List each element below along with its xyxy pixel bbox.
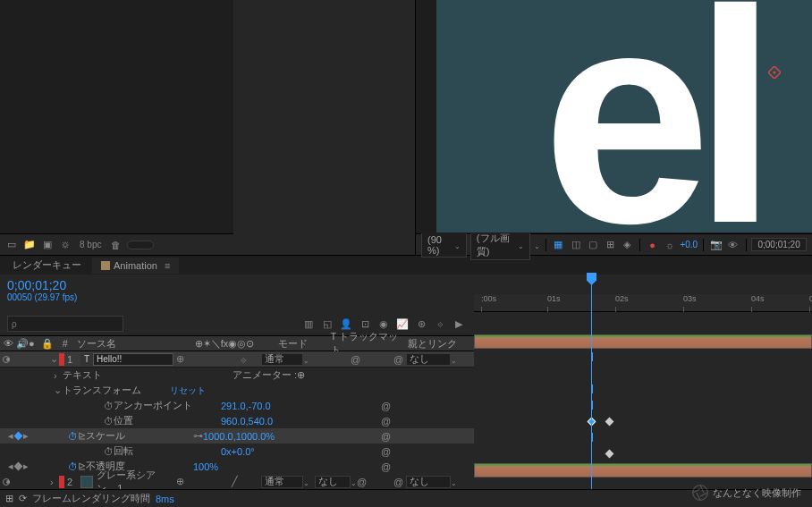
- new-folder-icon[interactable]: 📁: [23, 239, 36, 251]
- frame-render-icon[interactable]: ⟳: [19, 493, 27, 504]
- pickwhip-icon[interactable]: @: [357, 477, 369, 487]
- render-icon[interactable]: ▶: [451, 317, 467, 331]
- twirl-icon[interactable]: ⌄: [54, 384, 63, 396]
- expression-pickwhip-icon[interactable]: @: [381, 401, 393, 411]
- stopwatch-icon[interactable]: ⏱: [103, 401, 114, 411]
- zoom-dropdown[interactable]: (90 %): [421, 232, 467, 258]
- stopwatch-icon[interactable]: ⏱: [103, 446, 114, 457]
- new-comp-icon[interactable]: ▣: [41, 239, 54, 251]
- parent-dropdown[interactable]: なし: [406, 353, 451, 366]
- col-mode[interactable]: モード: [275, 337, 327, 351]
- twirl-icon[interactable]: ⌄: [50, 353, 59, 365]
- col-parent[interactable]: 親とリンク: [404, 337, 474, 351]
- comp-current-time[interactable]: 0;00;01;20: [751, 238, 807, 251]
- parent-dropdown[interactable]: なし: [406, 476, 451, 488]
- channel-red-icon[interactable]: ●: [646, 238, 659, 252]
- shy-switch-icon[interactable]: ⊕: [176, 476, 187, 487]
- eye-icon[interactable]: [3, 478, 10, 486]
- anchor-point-marker[interactable]: [768, 66, 781, 79]
- composition-viewer[interactable]: el: [416, 0, 812, 233]
- tab-render-queue[interactable]: レンダーキュー: [4, 256, 90, 275]
- keyframe-diamond-icon[interactable]: [13, 432, 22, 441]
- col-solo[interactable]: ●: [25, 338, 38, 349]
- prop-group-transform[interactable]: トランスフォーム: [63, 384, 170, 397]
- safe-margins-icon[interactable]: ▢: [586, 238, 599, 252]
- exposure-icon[interactable]: ☼: [663, 238, 676, 252]
- keyframe-icon[interactable]: [605, 450, 614, 459]
- col-source-name[interactable]: ソース名: [73, 337, 191, 351]
- layer-row[interactable]: › 2 グレー系シアン... 1 ⊕╱ 通常 なし@ @なし: [0, 474, 474, 490]
- grid-icon[interactable]: ⊞: [603, 238, 616, 252]
- motion-blur-icon[interactable]: ◉: [376, 317, 392, 331]
- trash-icon[interactable]: 🗑: [109, 239, 122, 251]
- time-ruler[interactable]: :00s 01s 02s 03s 04s 05s: [474, 294, 812, 312]
- guides-icon[interactable]: ◈: [621, 238, 634, 252]
- eye-icon[interactable]: [3, 356, 10, 363]
- comp-flowchart-icon[interactable]: ▥: [300, 317, 317, 331]
- keyframe-nav[interactable]: ◂▸: [0, 461, 36, 472]
- prop-position[interactable]: 位置: [114, 414, 221, 427]
- blend-mode-dropdown[interactable]: 通常: [261, 476, 303, 488]
- shy-switch-icon[interactable]: ⊕: [176, 353, 187, 365]
- playhead[interactable]: [591, 275, 592, 489]
- layer-search-input[interactable]: [7, 316, 123, 332]
- transparency-grid-icon[interactable]: ▦: [552, 238, 565, 252]
- pickwhip-icon[interactable]: @: [351, 354, 363, 365]
- layer-bar[interactable]: [474, 334, 812, 349]
- prop-rotation[interactable]: 回転: [114, 444, 221, 458]
- stopwatch-icon[interactable]: ⏱: [67, 461, 78, 472]
- prop-scale-value[interactable]: 1000.0,1000.0%: [203, 431, 275, 442]
- project-search-pill[interactable]: [127, 241, 154, 249]
- prop-scale[interactable]: スケール: [86, 429, 193, 443]
- reset-link[interactable]: リセット: [170, 384, 206, 397]
- interpret-footage-icon[interactable]: ▭: [5, 239, 18, 251]
- current-timecode[interactable]: 0;00;01;20: [7, 278, 467, 292]
- blend-mode-dropdown[interactable]: 通常: [261, 353, 303, 366]
- prop-opacity-value[interactable]: 100%: [193, 461, 218, 472]
- graph-editor-icon[interactable]: 📈: [394, 317, 410, 331]
- col-visibility[interactable]: 👁: [0, 338, 13, 349]
- stopwatch-icon[interactable]: ⏱: [67, 431, 78, 442]
- layer-row[interactable]: ⌄ 1 T ⊕⟐ 通常 @ @なし: [0, 351, 474, 368]
- exposure-value[interactable]: +0.0: [680, 240, 698, 249]
- col-switches[interactable]: ⊕✶＼fx◉◎⊙: [191, 337, 275, 351]
- collapse-icon[interactable]: ⟐: [241, 354, 251, 365]
- col-lock[interactable]: 🔒: [38, 338, 50, 350]
- project-bin[interactable]: [0, 0, 233, 233]
- time-ruler-area[interactable]: :00s 01s 02s 03s 04s 05s: [474, 275, 812, 314]
- col-audio[interactable]: 🔊: [13, 338, 25, 350]
- prop-anchor[interactable]: アンカーポイント: [114, 399, 221, 412]
- tab-composition[interactable]: Animation ≡: [92, 258, 179, 274]
- brain-icon[interactable]: ⊛: [413, 317, 429, 331]
- prop-rotation-value[interactable]: 0x+0.0°: [221, 446, 255, 457]
- keyframe-icon[interactable]: [605, 418, 614, 427]
- trkmat-dropdown[interactable]: なし: [315, 476, 351, 488]
- pickwhip-icon[interactable]: @: [393, 354, 406, 365]
- col-num[interactable]: #: [57, 338, 73, 349]
- quality-dropdown[interactable]: (フル画質): [470, 230, 530, 260]
- keyframe-nav[interactable]: ◂▸: [0, 430, 36, 442]
- layer-bar[interactable]: [474, 463, 812, 477]
- track-area[interactable]: [474, 314, 812, 478]
- bpc-label[interactable]: 8 bpc: [77, 240, 104, 249]
- tab-menu-icon[interactable]: ≡: [165, 260, 170, 271]
- snapshot-icon[interactable]: 📷: [709, 238, 723, 252]
- twirl-icon[interactable]: ›: [54, 370, 63, 381]
- pickwhip-icon[interactable]: @: [393, 477, 406, 487]
- stopwatch-icon[interactable]: ⏱: [103, 416, 114, 427]
- expression-pickwhip-icon[interactable]: @: [381, 446, 393, 457]
- settings-icon[interactable]: ⛭: [59, 239, 72, 251]
- add-animator-icon[interactable]: ⊕: [297, 369, 305, 381]
- twirl-icon[interactable]: ›: [50, 477, 59, 487]
- layer-name-input[interactable]: [93, 353, 173, 366]
- keyframe-diamond-icon[interactable]: [13, 462, 22, 471]
- draft3d-icon[interactable]: ◱: [319, 317, 335, 331]
- frame-blend-icon[interactable]: ⊡: [357, 317, 373, 331]
- prop-anchor-value[interactable]: 291.0,-70.0: [221, 401, 271, 411]
- shy-icon[interactable]: ⟐: [432, 317, 448, 331]
- expression-pickwhip-icon[interactable]: @: [381, 461, 393, 472]
- expression-pickwhip-icon[interactable]: @: [381, 431, 393, 442]
- mask-toggle-icon[interactable]: ◫: [569, 238, 582, 252]
- toggle-switches-icon[interactable]: ⊞: [5, 493, 13, 504]
- hide-shy-icon[interactable]: 👤: [338, 317, 354, 331]
